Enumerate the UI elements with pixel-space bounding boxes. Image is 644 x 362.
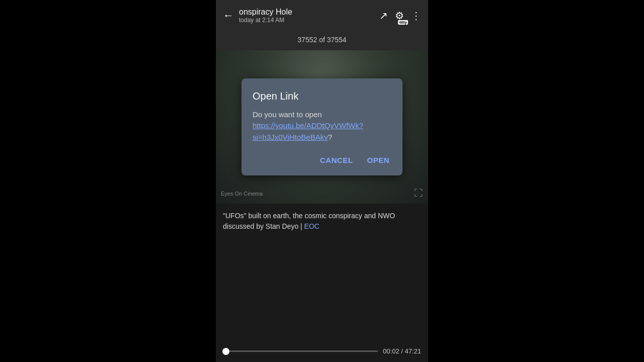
- dialog-body: Do you want to open https://youtu.be/ADD…: [253, 109, 391, 143]
- counter-row: 37552 of 37554: [216, 31, 428, 50]
- progress-track[interactable]: [223, 350, 378, 352]
- dialog-overlay: Open Link Do you want to open https://yo…: [216, 50, 428, 204]
- open-button[interactable]: Open: [365, 153, 391, 167]
- timestamp: today at 2:14 AM: [239, 17, 292, 24]
- left-panel: [0, 0, 216, 362]
- progress-area: 00:02 / 47:21: [216, 342, 428, 362]
- top-bar-title: onspiracy Hole today at 2:14 AM: [239, 8, 292, 24]
- top-bar: ← onspiracy Hole today at 2:14 AM ↗ ⚙ 48…: [216, 0, 428, 31]
- top-bar-left: ← onspiracy Hole today at 2:14 AM: [223, 8, 292, 24]
- cancel-button[interactable]: Cancel: [318, 153, 355, 167]
- dialog-body-prefix: Do you want to open: [253, 110, 322, 119]
- channel-name: onspiracy Hole: [239, 8, 292, 17]
- description-text: "UFOs" built on earth, the cosmic conspi…: [223, 211, 421, 232]
- share-button[interactable]: ↗: [379, 10, 388, 22]
- description-area: "UFOs" built on earth, the cosmic conspi…: [216, 204, 428, 342]
- quality-badge: 480p: [398, 20, 408, 25]
- eoc-link[interactable]: EOC: [304, 222, 319, 230]
- settings-icon: ⚙: [395, 10, 404, 21]
- open-link-dialog: Open Link Do you want to open https://yo…: [242, 78, 403, 176]
- dialog-actions: Cancel Open: [253, 153, 391, 167]
- dialog-title: Open Link: [253, 90, 391, 102]
- progress-thumb[interactable]: [222, 348, 229, 355]
- center-panel: ← onspiracy Hole today at 2:14 AM ↗ ⚙ 48…: [216, 0, 428, 362]
- dialog-body-suffix: ?: [328, 133, 332, 141]
- counter-text: 37552 of 37554: [297, 36, 346, 44]
- video-area[interactable]: Eyes On Cinema ⛶ Open Link Do you want t…: [216, 50, 428, 204]
- settings-button[interactable]: ⚙ 480p: [395, 10, 404, 22]
- dialog-link[interactable]: https://youtu.be/ADDtQyVWfWk?si=h3Jx0VjH…: [253, 121, 363, 141]
- back-button[interactable]: ←: [223, 9, 234, 22]
- right-panel: [428, 0, 644, 362]
- top-bar-right: ↗ ⚙ 480p ⋮: [379, 10, 421, 22]
- time-display: 00:02 / 47:21: [383, 347, 421, 355]
- more-options-button[interactable]: ⋮: [411, 10, 421, 22]
